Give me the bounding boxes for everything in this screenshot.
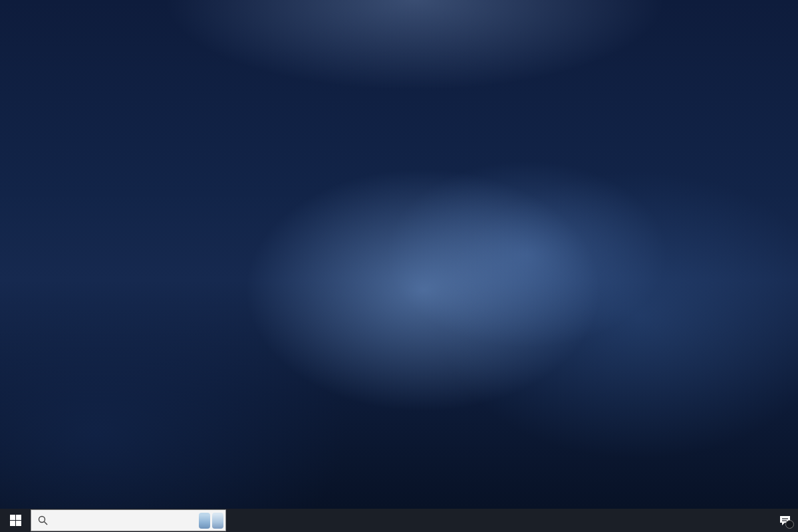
notification-badge [785,520,794,529]
search-input[interactable] [31,509,226,531]
tray-overflow-chevron[interactable] [732,509,745,532]
search-highlight-image[interactable] [212,513,223,529]
desktop-wallpaper [0,0,798,509]
taskbar [0,509,798,532]
action-center-button[interactable] [771,509,798,532]
search-icon [38,515,48,525]
windows-logo-icon [10,515,21,526]
start-button[interactable] [0,509,31,532]
system-tray [732,509,798,532]
search-highlight-image[interactable] [199,513,210,529]
